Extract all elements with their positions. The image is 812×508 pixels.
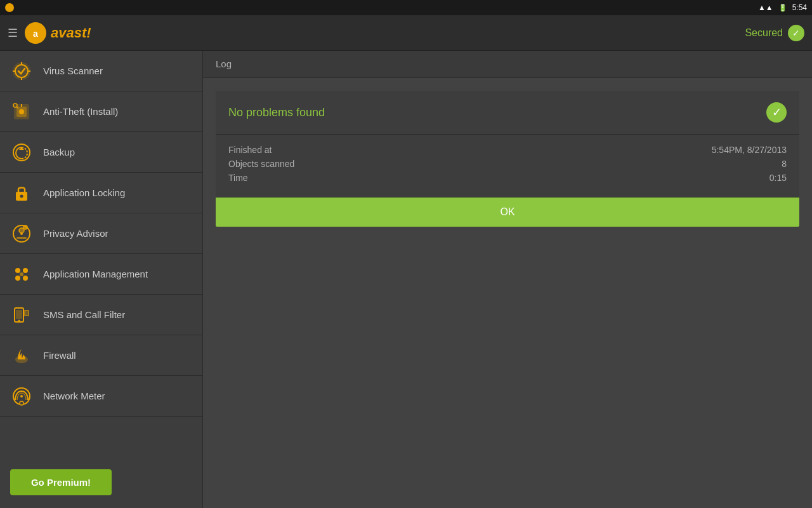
status-bar-left	[5, 3, 14, 12]
svg-point-22	[20, 232, 23, 235]
svg-rect-30	[16, 310, 22, 319]
sidebar-bottom: Go Premium!	[0, 459, 202, 508]
sidebar-item-sms-filter[interactable]: SMS and Call Filter	[0, 295, 202, 335]
sidebar-item-label: Network Meter	[43, 391, 105, 401]
finished-at-label: Finished at	[228, 145, 272, 155]
sidebar-item-privacy-advisor[interactable]: Privacy Advisor	[0, 213, 202, 254]
log-status-text: No problems found	[228, 106, 325, 119]
svg-point-26	[15, 276, 20, 281]
wifi-icon: ▲▲	[758, 3, 773, 12]
sidebar-item-virus-scanner[interactable]: Virus Scanner	[0, 51, 202, 91]
battery-icon: 🔋	[778, 4, 787, 12]
sidebar-item-label: Virus Scanner	[43, 65, 103, 76]
secured-text: Secured	[745, 27, 783, 39]
sidebar-item-anti-theft[interactable]: Anti-Theft (Install)	[0, 91, 202, 132]
content-header-title: Log	[216, 58, 232, 69]
svg-point-38	[20, 395, 23, 398]
main-layout: Virus Scanner Anti-Theft (Install)	[0, 51, 812, 508]
log-detail-row-time: Time 0:15	[228, 173, 787, 183]
logo-text: avast!	[51, 25, 91, 41]
sidebar-item-app-locking[interactable]: Application Locking	[0, 173, 202, 213]
app-locking-icon	[10, 182, 33, 204]
log-details: Finished at 5:54PM, 8/27/2013 Objects sc…	[216, 135, 799, 197]
app-management-icon	[10, 263, 33, 286]
svg-point-25	[23, 268, 28, 273]
sidebar-item-label: Anti-Theft (Install)	[43, 106, 118, 117]
go-premium-button[interactable]: Go Premium!	[10, 469, 112, 495]
privacy-advisor-icon	[10, 222, 33, 245]
sidebar-item-app-management[interactable]: Application Management	[0, 254, 202, 295]
secured-check-icon: ✓	[788, 25, 804, 41]
objects-scanned-label: Objects scanned	[228, 159, 294, 169]
content-header: Log	[203, 51, 812, 78]
secured-area: Secured ✓	[745, 25, 804, 41]
time-value: 0:15	[769, 173, 787, 183]
virus-scanner-icon	[10, 60, 33, 83]
svg-point-31	[18, 319, 20, 321]
sidebar-item-firewall[interactable]: Firewall	[0, 335, 202, 376]
objects-scanned-value: 8	[782, 159, 787, 169]
log-detail-row-objects: Objects scanned 8	[228, 159, 787, 169]
status-bar-right: ▲▲ 🔋 5:54	[758, 3, 807, 12]
svg-point-28	[20, 272, 23, 276]
log-check-icon: ✓	[766, 102, 787, 123]
backup-icon	[10, 141, 33, 164]
firewall-icon	[10, 344, 33, 367]
sidebar-item-label: Firewall	[43, 350, 76, 361]
svg-rect-23	[16, 237, 27, 239]
sidebar: Virus Scanner Anti-Theft (Install)	[0, 51, 203, 508]
network-meter-icon: i	[10, 385, 33, 408]
menu-icon[interactable]: ☰	[8, 26, 18, 40]
time-display: 5:54	[792, 3, 807, 12]
svg-point-27	[23, 276, 28, 281]
sidebar-item-label: Application Locking	[43, 187, 125, 198]
sidebar-item-network-meter[interactable]: i Network Meter	[0, 376, 202, 417]
svg-text:a: a	[33, 29, 38, 39]
svg-point-10	[19, 109, 24, 114]
notification-dot	[5, 3, 14, 12]
log-panel: No problems found ✓ Finished at 5:54PM, …	[216, 91, 799, 227]
log-detail-row-finished: Finished at 5:54PM, 8/27/2013	[228, 145, 787, 155]
log-status-row: No problems found ✓	[216, 91, 799, 135]
svg-point-24	[15, 268, 20, 273]
avast-logo-icon: a	[24, 22, 47, 44]
time-label: Time	[228, 173, 248, 183]
sms-filter-icon	[10, 304, 33, 326]
svg-text:i: i	[21, 402, 22, 405]
ok-button[interactable]: OK	[216, 197, 799, 227]
svg-point-16	[20, 194, 23, 197]
anti-theft-icon	[10, 100, 33, 123]
sidebar-item-backup[interactable]: Backup	[0, 132, 202, 173]
logo-area: a avast!	[24, 22, 91, 44]
status-bar: ▲▲ 🔋 5:54	[0, 0, 812, 15]
finished-at-value: 5:54PM, 8/27/2013	[712, 145, 787, 155]
sidebar-item-label: Application Management	[43, 269, 148, 279]
content-body: No problems found ✓ Finished at 5:54PM, …	[203, 78, 812, 508]
sidebar-item-label: SMS and Call Filter	[43, 309, 125, 320]
sidebar-item-label: Privacy Advisor	[43, 228, 108, 239]
sidebar-item-label: Backup	[43, 147, 75, 157]
top-bar: ☰ a avast! Secured ✓	[0, 15, 812, 51]
content-area: Log No problems found ✓ Finished at 5:54…	[203, 51, 812, 508]
